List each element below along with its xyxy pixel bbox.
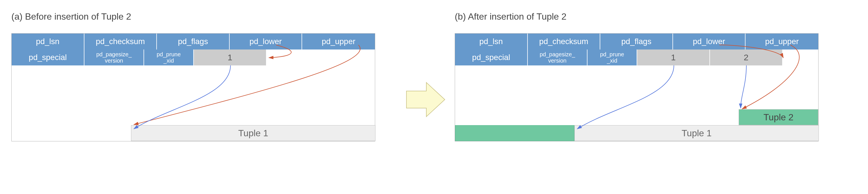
panel-a-title: (a) Before insertion of Tuple 2 [11,11,375,22]
cell-pd-special-b: pd_special [455,50,528,65]
cell-pd-checksum-b: pd_checksum [528,33,600,50]
cell-pd-upper-b: pd_upper [745,33,818,50]
page-box-a: pd_lsn pd_checksum pd_flags pd_lower pd_… [11,33,375,141]
header-row-1-a: pd_lsn pd_checksum pd_flags pd_lower pd_… [12,33,375,50]
cell-pd-prune: pd_prune _xid [144,50,194,65]
cell-pd-lsn: pd_lsn [12,33,85,50]
cell-pd-upper: pd_upper [302,33,375,50]
free-space-indicator [455,125,575,141]
cell-pd-prune-b: pd_prune _xid [587,50,637,65]
line-pointer-1-a: 1 [194,50,267,65]
cell-pd-lsn-b: pd_lsn [455,33,528,50]
tuple-2-b: Tuple 2 [739,109,818,125]
line-pointer-1-b: 1 [637,50,710,65]
tuple-1-a: Tuple 1 [131,125,375,141]
panel-b-title: (b) After insertion of Tuple 2 [455,11,818,22]
cell-pd-lower-b: pd_lower [673,33,746,50]
diagram-container: (a) Before insertion of Tuple 2 pd_lsn p… [11,11,857,141]
page-box-b: pd_lsn pd_checksum pd_flags pd_lower pd_… [455,33,818,141]
header-row-2-b: pd_special pd_pagesize_ version pd_prune… [455,50,818,65]
panel-before: (a) Before insertion of Tuple 2 pd_lsn p… [11,11,375,141]
cell-pd-checksum: pd_checksum [85,33,157,50]
tuple-1-b: Tuple 1 [575,125,819,141]
header-row-1-b: pd_lsn pd_checksum pd_flags pd_lower pd_… [455,33,818,50]
cell-pd-flags-b: pd_flags [600,33,673,50]
panel-after: (b) After insertion of Tuple 2 pd_lsn pd… [455,11,818,141]
header-row-2-a: pd_special pd_pagesize_ version pd_prune… [12,50,375,65]
line-pointer-2-b: 2 [710,50,783,65]
cell-pd-special: pd_special [12,50,85,65]
cell-pd-lower: pd_lower [230,33,302,50]
cell-pd-pagesize-b: pd_pagesize_ version [528,50,587,65]
transition-arrow-icon [404,80,446,119]
cell-pd-flags: pd_flags [157,33,230,50]
cell-pd-pagesize: pd_pagesize_ version [85,50,144,65]
